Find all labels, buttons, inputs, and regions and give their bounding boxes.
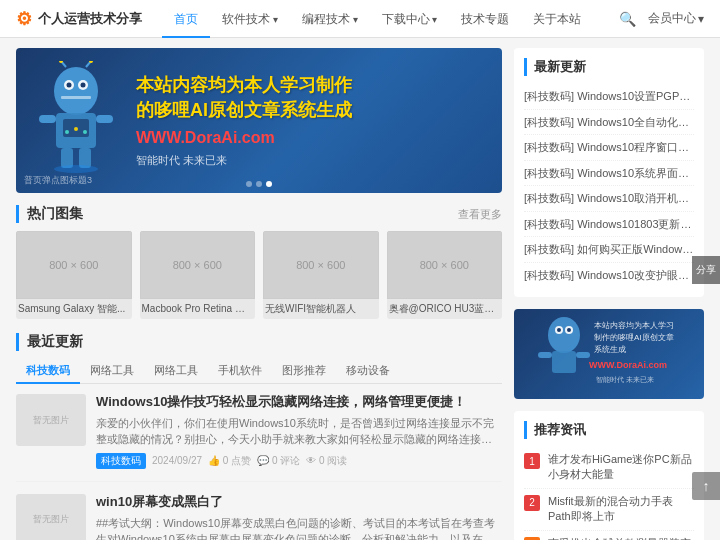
post-body-0: Windows10操作技巧轻松显示隐藏网络连接，网络管理更便捷！ 亲爱的小伙伴们… — [96, 394, 502, 469]
header: ⚙ 个人运营技术分享 首页软件技术编程技术下载中心技术专题关于本站 🔍 会员中心… — [0, 0, 720, 38]
news-item-5[interactable]: [科技数码] Windows101803更新存在的问题与不足... — [524, 212, 694, 238]
album-label-2: 无线WIFI智能机器人 — [263, 299, 379, 319]
nav-item-关于本站[interactable]: 关于本站 — [521, 0, 593, 38]
back-to-top-button[interactable]: ↑ — [692, 472, 720, 500]
news-item-0[interactable]: [科技数码] Windows10设置PGP加密的详细指南 — [524, 84, 694, 110]
recent-updates-section: 最近更新 科技数码网络工具网络工具手机软件图形推荐移动设备 暂无图片 Windo… — [16, 333, 502, 540]
album-thumb-0: 800 × 600 — [16, 231, 132, 299]
search-icon[interactable]: 🔍 — [619, 11, 636, 27]
album-label-0: Samsung Galaxy 智能... — [16, 299, 132, 319]
post-reads-0: 👁 0 阅读 — [306, 454, 347, 468]
recommended-title: 推荐资讯 — [524, 421, 694, 439]
news-item-3[interactable]: [科技数码] Windows10系统界面更换个性化仿... — [524, 161, 694, 187]
svg-point-13 — [74, 127, 78, 131]
svg-rect-5 — [61, 96, 91, 99]
svg-point-4 — [81, 82, 86, 87]
latest-news-list: [科技数码] Windows10设置PGP加密的详细指南[科技数码] Windo… — [524, 84, 694, 287]
rec-num-2: 3 — [524, 537, 540, 540]
banner-url: WWW.DoraAi.com — [136, 129, 492, 147]
rec-num-1: 2 — [524, 495, 540, 511]
logo-icon: ⚙ — [16, 8, 32, 30]
side-buttons: 分享 — [692, 256, 720, 284]
rec-num-0: 1 — [524, 453, 540, 469]
rec-item-0[interactable]: 1 谁才发布HiGame迷你PC新品 小身材大能量 — [524, 447, 694, 489]
nav-item-软件技术[interactable]: 软件技术 — [210, 0, 290, 38]
post-title-1[interactable]: win10屏幕变成黑白了 — [96, 494, 502, 511]
logo[interactable]: ⚙ 个人运营技术分享 — [16, 8, 142, 30]
album-item-3[interactable]: 800 × 600 奥睿@ORICO HU3蓝宝... — [387, 231, 503, 319]
tab-3[interactable]: 手机软件 — [208, 359, 272, 384]
svg-text:本站内容均为本人学习: 本站内容均为本人学习 — [594, 321, 674, 330]
svg-rect-26 — [538, 352, 552, 358]
banner-content: 本站内容均为本人学习制作 的哆哩AI原创文章系统生成 WWW.DoraAi.co… — [16, 48, 502, 193]
banner-dots — [246, 181, 272, 187]
nav-item-下载中心[interactable]: 下载中心 — [370, 0, 450, 38]
album-grid: 800 × 600 Samsung Galaxy 智能... 800 × 600… — [16, 231, 502, 319]
svg-point-20 — [548, 317, 580, 353]
rec-item-2[interactable]: 3 南孚推出全球首款测量器装充电电池：可轻分电池原码 — [524, 531, 694, 540]
news-item-4[interactable]: [科技数码] Windows10取消开机屏幕教程，轻松实... — [524, 186, 694, 212]
svg-point-24 — [567, 328, 571, 332]
svg-point-14 — [83, 130, 87, 134]
main-nav: 首页软件技术编程技术下载中心技术专题关于本站 — [162, 0, 619, 38]
album-thumb-3: 800 × 600 — [387, 231, 503, 299]
post-item-1: 暂无图片 win10屏幕变成黑白了 ##考试大纲：Windows10屏幕变成黑白… — [16, 494, 502, 540]
post-views-0: 💬 0 评论 — [257, 454, 300, 468]
rec-text-1: Misfit最新的混合动力手表Path即将上市 — [548, 494, 694, 525]
logo-text: 个人运营技术分享 — [38, 10, 142, 28]
hot-albums-title: 热门图集 — [16, 205, 83, 223]
tab-4[interactable]: 图形推荐 — [272, 359, 336, 384]
post-date-0: 2024/09/27 — [152, 455, 202, 466]
banner-robot — [16, 48, 136, 193]
recent-updates-title: 最近更新 — [16, 333, 83, 351]
banner-dot-1[interactable] — [246, 181, 252, 187]
svg-rect-27 — [576, 352, 590, 358]
post-item-0: 暂无图片 Windows10操作技巧轻松显示隐藏网络连接，网络管理更便捷！ 亲爱… — [16, 394, 502, 482]
album-label-3: 奥睿@ORICO HU3蓝宝... — [387, 299, 503, 319]
svg-point-19 — [54, 165, 98, 173]
hot-albums-section: 热门图集 查看更多 800 × 600 Samsung Galaxy 智能...… — [16, 205, 502, 319]
nav-item-编程技术[interactable]: 编程技术 — [290, 0, 370, 38]
tab-1[interactable]: 网络工具 — [80, 359, 144, 384]
nav-item-技术专题[interactable]: 技术专题 — [449, 0, 521, 38]
hero-banner[interactable]: 本站内容均为本人学习制作 的哆哩AI原创文章系统生成 WWW.DoraAi.co… — [16, 48, 502, 193]
svg-point-23 — [557, 328, 561, 332]
album-item-2[interactable]: 800 × 600 无线WIFI智能机器人 — [263, 231, 379, 319]
post-tag-0[interactable]: 科技数码 — [96, 453, 146, 469]
svg-rect-25 — [552, 351, 576, 373]
album-item-1[interactable]: 800 × 600 Macbook Pro Retina 液... — [140, 231, 256, 319]
svg-text:制作的哆哩AI原创文章: 制作的哆哩AI原创文章 — [594, 333, 674, 342]
hot-albums-header: 热门图集 查看更多 — [16, 205, 502, 223]
share-button[interactable]: 分享 — [692, 256, 720, 284]
member-button[interactable]: 会员中心 ▾ — [648, 10, 704, 27]
right-banner[interactable]: 本站内容均为本人学习 制作的哆哩AI原创文章 系统生成 WWW.DoraAi.c… — [514, 309, 704, 399]
post-body-1: win10屏幕变成黑白了 ##考试大纲：Windows10屏幕变成黑白色问题的诊… — [96, 494, 502, 540]
latest-news-title: 最新更新 — [524, 58, 694, 76]
news-item-6[interactable]: [科技数码] 如何购买正版Windows10商家完整解析 — [524, 237, 694, 263]
post-title-0[interactable]: Windows10操作技巧轻松显示隐藏网络连接，网络管理更便捷！ — [96, 394, 502, 411]
recommended-widget: 推荐资讯 1 谁才发布HiGame迷你PC新品 小身材大能量 2 Misfit最… — [514, 411, 704, 540]
svg-point-0 — [54, 67, 98, 115]
category-tabs: 科技数码网络工具网络工具手机软件图形推荐移动设备 — [16, 359, 502, 384]
rec-item-1[interactable]: 2 Misfit最新的混合动力手表Path即将上市 — [524, 489, 694, 531]
album-item-0[interactable]: 800 × 600 Samsung Galaxy 智能... — [16, 231, 132, 319]
banner-dot-3[interactable] — [266, 181, 272, 187]
svg-rect-18 — [79, 148, 91, 168]
nav-item-首页[interactable]: 首页 — [162, 0, 210, 38]
svg-text:系统生成: 系统生成 — [594, 345, 626, 354]
news-item-1[interactable]: [科技数码] Windows10全自动化优化指南提升游戏... — [524, 110, 694, 136]
post-thumb-0: 暂无图片 — [16, 394, 86, 446]
post-meta-0: 科技数码 2024/09/27 👍 0 点赞 💬 0 评论 👁 0 阅读 — [96, 453, 502, 469]
hot-albums-more[interactable]: 查看更多 — [458, 207, 502, 222]
rec-text-0: 谁才发布HiGame迷你PC新品 小身材大能量 — [548, 452, 694, 483]
news-item-2[interactable]: [科技数码] Windows10程序窗口颜色自定义指南 — [524, 135, 694, 161]
tab-0[interactable]: 科技数码 — [16, 359, 80, 384]
album-thumb-1: 800 × 600 — [140, 231, 256, 299]
banner-dot-2[interactable] — [256, 181, 262, 187]
news-item-7[interactable]: [科技数码] Windows10改变护眼模式调整设置，保... — [524, 263, 694, 288]
tab-5[interactable]: 移动设备 — [336, 359, 400, 384]
banner-label: 普页弹点图标题3 — [24, 174, 92, 187]
album-label-1: Macbook Pro Retina 液... — [140, 299, 256, 319]
tab-2[interactable]: 网络工具 — [144, 359, 208, 384]
banner-text: 本站内容均为本人学习制作 的哆哩AI原创文章系统生成 WWW.DoraAi.co… — [136, 63, 502, 178]
